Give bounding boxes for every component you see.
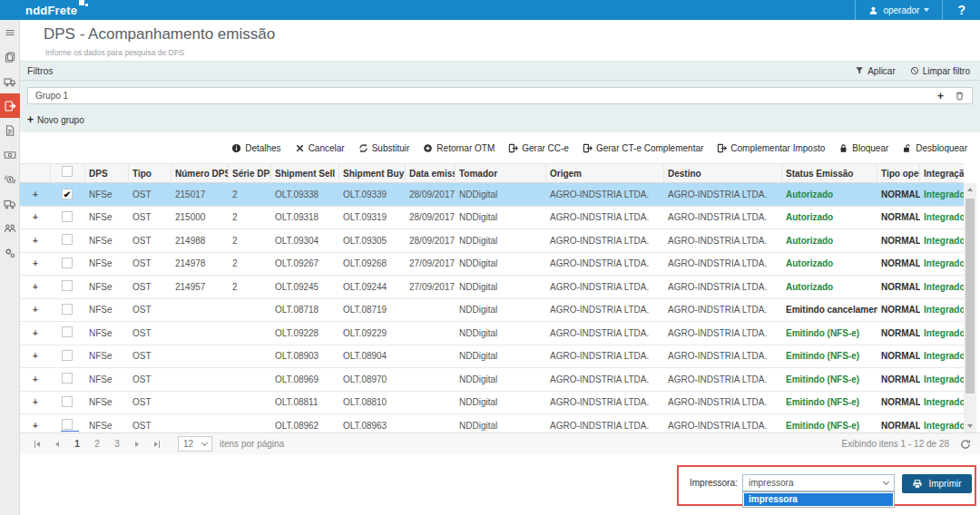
sidebar-menu-toggle[interactable] — [0, 20, 20, 44]
column-header-tipo-oper[interactable]: Tipo oper... — [877, 164, 920, 183]
row-checkbox[interactable] — [62, 350, 73, 361]
column-header-integracao[interactable]: Integraçã... — [920, 164, 964, 183]
row-expand-button[interactable]: + — [20, 374, 51, 384]
next-page-button[interactable] — [127, 434, 147, 454]
row-expand-button[interactable]: + — [20, 421, 51, 431]
row-checkbox-cell[interactable] — [51, 396, 85, 409]
vertical-scrollbar[interactable] — [964, 183, 976, 432]
sidebar-item-billing[interactable] — [0, 142, 20, 167]
help-button[interactable]: ? — [942, 0, 980, 20]
row-checkbox-cell[interactable]: ✔ — [51, 189, 85, 199]
refresh-grid-button[interactable] — [960, 439, 971, 450]
first-page-button[interactable] — [27, 434, 47, 454]
trash-icon[interactable] — [955, 91, 965, 101]
sidebar-item-document[interactable] — [0, 118, 20, 142]
toolbar-gerar-cce-button[interactable]: Gerar CC-e — [508, 143, 569, 153]
page-number-3[interactable]: 3 — [107, 439, 127, 449]
row-checkbox[interactable] — [62, 373, 73, 384]
column-header-shipment-buy[interactable]: Shipment Buy — [339, 164, 406, 183]
scrollbar-thumb[interactable] — [965, 199, 975, 394]
row-checkbox[interactable] — [62, 304, 73, 315]
row-checkbox-cell[interactable] — [51, 373, 85, 385]
table-row[interactable]: +NFSeOST2150002OLT.09318OLT.0931928/09/2… — [20, 207, 964, 230]
row-expand-button[interactable]: + — [20, 397, 51, 407]
clear-filter-button[interactable]: Limpar filtro — [910, 66, 970, 76]
column-header-origem[interactable]: Origem — [546, 164, 664, 183]
row-checkbox[interactable] — [62, 326, 73, 337]
table-row[interactable]: +NFSeOSTOLT.08962OLT.08963NDDigitalAGRO-… — [20, 414, 964, 432]
last-page-button[interactable] — [147, 434, 167, 454]
toolbar-complementar-imposto-button[interactable]: Complementar Imposto — [717, 143, 825, 153]
previous-page-button[interactable] — [47, 434, 67, 454]
row-checkbox-cell[interactable] — [51, 258, 85, 270]
printer-option[interactable]: impressora — [744, 493, 893, 506]
toolbar-retornar-otm-button[interactable]: Retornar OTM — [423, 143, 495, 153]
column-header-shipment-sell[interactable]: Shipment Sell — [271, 164, 339, 183]
toolbar-cancelar-button[interactable]: Cancelar — [295, 143, 345, 153]
row-checkbox[interactable] — [62, 280, 73, 291]
sidebar-item-users[interactable] — [0, 216, 20, 240]
column-header-numero-dps[interactable]: Número DPS — [172, 164, 229, 183]
add-filter-button[interactable]: + — [937, 91, 944, 102]
table-row[interactable]: +NFSeOSTOLT.08811OLT.08810NDDigitalAGRO-… — [20, 392, 964, 415]
column-header-dps[interactable]: DPS — [85, 164, 129, 183]
page-number-1[interactable]: 1 — [67, 439, 87, 449]
row-checkbox-cell[interactable] — [51, 280, 85, 293]
page-size-select[interactable]: 12 — [178, 436, 212, 452]
printer-select[interactable]: impressora — [742, 474, 895, 491]
toolbar-gerar-cte-complementar-button[interactable]: Gerar CT-e Complementar — [583, 143, 703, 153]
row-checkbox[interactable] — [62, 258, 73, 268]
row-expand-button[interactable]: + — [20, 351, 51, 361]
scroll-down-button[interactable] — [964, 420, 976, 432]
print-button[interactable]: Imprimir — [902, 474, 972, 493]
row-expand-button[interactable]: + — [20, 236, 51, 246]
filter-group-bar[interactable]: Grupo 1 + — [27, 87, 973, 104]
row-checkbox-cell[interactable] — [51, 304, 85, 316]
select-all-checkbox-cell[interactable] — [51, 164, 85, 183]
row-expand-button[interactable]: + — [20, 282, 51, 292]
row-checkbox-cell[interactable] — [51, 350, 85, 363]
table-row[interactable]: +NFSeOST2149572OLT.09245OLT.0924427/09/2… — [20, 276, 964, 299]
row-expand-button[interactable]: + — [20, 258, 51, 268]
column-header-data-emissao[interactable]: Data emissã... — [406, 164, 456, 183]
column-header-tomador[interactable]: Tomador — [456, 164, 546, 183]
table-row[interactable]: +NFSeOSTOLT.08718OLT.08719NDDigitalAGRO-… — [20, 299, 964, 323]
sidebar-item-documents[interactable] — [0, 44, 20, 69]
toolbar-substituir-button[interactable]: Substituir — [358, 143, 410, 153]
row-checkbox[interactable] — [62, 234, 73, 245]
row-checkbox[interactable] — [62, 396, 73, 407]
sidebar-item-financial[interactable] — [0, 167, 20, 191]
select-all-checkbox[interactable] — [62, 166, 73, 177]
sidebar-item-shipping[interactable] — [0, 69, 20, 93]
sidebar-item-settings[interactable] — [0, 240, 20, 265]
row-expand-button[interactable]: + — [20, 189, 51, 199]
row-checkbox-cell[interactable] — [51, 326, 85, 339]
table-row[interactable]: +NFSeOSTOLT.08969OLT.08970NDDigitalAGRO-… — [20, 368, 964, 392]
page-number-2[interactable]: 2 — [87, 439, 107, 449]
column-header-tipo[interactable]: Tipo — [129, 164, 172, 183]
toolbar-detalhes-button[interactable]: Detalhes — [231, 143, 280, 153]
table-row[interactable]: +NFSeOSTOLT.08903OLT.08904NDDigitalAGRO-… — [20, 345, 964, 369]
table-row[interactable]: +NFSeOSTOLT.09228OLT.09229NDDigitalAGRO-… — [20, 322, 964, 345]
row-checkbox-cell[interactable] — [51, 211, 85, 224]
row-checkbox[interactable]: ✔ — [62, 189, 73, 199]
column-header-serie-dps[interactable]: Série DPS — [229, 164, 271, 183]
row-checkbox[interactable] — [62, 211, 73, 222]
toolbar-bloquear-button[interactable]: Bloquear — [838, 143, 888, 153]
row-checkbox-cell[interactable] — [51, 419, 85, 432]
scroll-up-button[interactable] — [964, 183, 976, 196]
user-menu[interactable]: operador — [855, 0, 942, 20]
sidebar-item-delivery[interactable] — [0, 191, 20, 216]
table-row[interactable]: +NFSeOST2149882OLT.09304OLT.0930528/09/2… — [20, 229, 964, 253]
row-checkbox-cell[interactable] — [51, 234, 85, 247]
column-header-status-emissao[interactable]: Status Emissão — [782, 164, 877, 183]
row-expand-button[interactable]: + — [20, 328, 51, 338]
table-row[interactable]: +NFSeOST2149782OLT.09267OLT.0926827/09/2… — [20, 253, 964, 277]
column-header-destino[interactable]: Destino — [664, 164, 782, 183]
toolbar-desbloquear-button[interactable]: Desbloquear — [902, 143, 967, 153]
row-checkbox[interactable] — [62, 419, 73, 430]
table-row[interactable]: +✔NFSeOST2150172OLT.09338OLT.0933928/09/… — [20, 183, 964, 207]
row-expand-button[interactable]: + — [20, 212, 51, 222]
new-group-button[interactable]: + Novo grupo — [27, 114, 84, 125]
row-expand-button[interactable]: + — [20, 305, 51, 315]
